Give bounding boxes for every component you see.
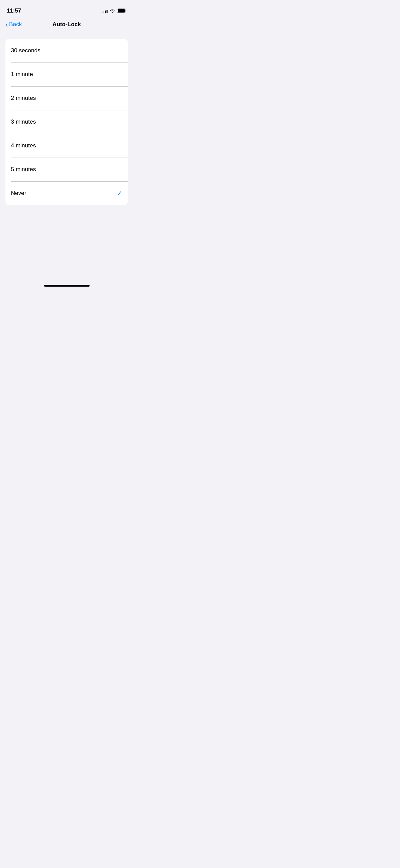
option-1-minute[interactable]: 1 minute bbox=[5, 62, 128, 86]
nav-title: Auto-Lock bbox=[52, 21, 81, 28]
option-label-never: Never bbox=[11, 190, 26, 197]
option-5-minutes[interactable]: 5 minutes bbox=[5, 158, 128, 181]
home-indicator bbox=[44, 285, 90, 287]
option-label-30-seconds: 30 seconds bbox=[11, 47, 40, 54]
status-icons bbox=[101, 8, 127, 13]
option-never[interactable]: Never ✓ bbox=[5, 181, 128, 205]
content-area: 30 seconds 1 minute 2 minutes 3 minutes … bbox=[0, 32, 133, 212]
option-label-1-minute: 1 minute bbox=[11, 71, 33, 78]
back-label: Back bbox=[9, 21, 22, 28]
signal-bar-2 bbox=[103, 11, 104, 13]
option-30-seconds[interactable]: 30 seconds bbox=[5, 39, 128, 62]
option-label-3-minutes: 3 minutes bbox=[11, 119, 36, 125]
auto-lock-options-group: 30 seconds 1 minute 2 minutes 3 minutes … bbox=[5, 39, 128, 205]
signal-bar-3 bbox=[105, 11, 106, 13]
status-bar: 11:57 bbox=[0, 0, 133, 17]
signal-bar-4 bbox=[107, 10, 108, 13]
option-3-minutes[interactable]: 3 minutes bbox=[5, 110, 128, 134]
selected-checkmark-icon: ✓ bbox=[117, 189, 122, 197]
option-4-minutes[interactable]: 4 minutes bbox=[5, 134, 128, 158]
signal-bar-1 bbox=[101, 12, 102, 13]
option-2-minutes[interactable]: 2 minutes bbox=[5, 86, 128, 110]
back-button[interactable]: ‹ Back bbox=[5, 21, 22, 28]
wifi-icon bbox=[110, 9, 115, 13]
option-label-4-minutes: 4 minutes bbox=[11, 142, 36, 149]
option-label-2-minutes: 2 minutes bbox=[11, 95, 36, 102]
svg-rect-1 bbox=[118, 9, 125, 13]
status-time: 11:57 bbox=[7, 7, 21, 14]
back-chevron-icon: ‹ bbox=[5, 21, 8, 28]
option-label-5-minutes: 5 minutes bbox=[11, 166, 36, 173]
battery-icon bbox=[117, 8, 127, 13]
signal-bars-icon bbox=[101, 9, 108, 13]
nav-bar: ‹ Back Auto-Lock bbox=[0, 17, 133, 32]
